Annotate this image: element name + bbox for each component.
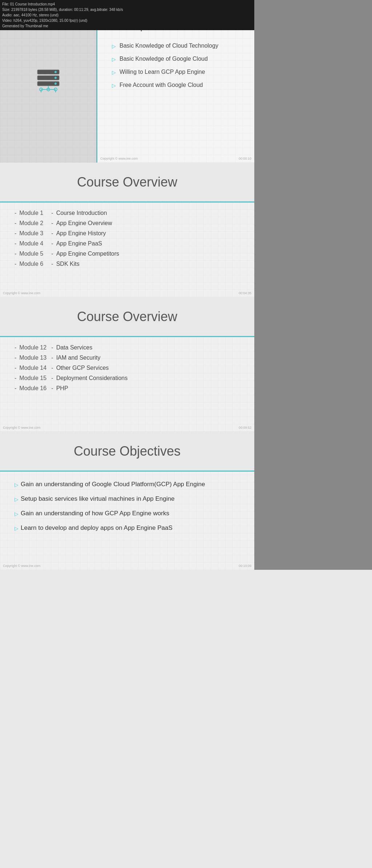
module-num-6: Module 6 bbox=[19, 261, 48, 267]
module-list-1: - Module 1 - Course Introduction - Modul… bbox=[15, 210, 240, 267]
prereq-text-1: Basic Knowledge of Cloud Technology bbox=[120, 43, 218, 49]
module-item-1: - Module 1 - Course Introduction bbox=[15, 210, 240, 216]
prereq-text-2: Basic Knowledge of Google Cloud bbox=[120, 56, 208, 62]
module-num-3: Module 3 bbox=[19, 230, 48, 237]
meta-generated: Generated by Thumbnail me bbox=[2, 23, 252, 29]
module-num-15: Module 15 bbox=[19, 375, 48, 381]
slide-overview-2: Course Overview - Module 12 - Data Servi… bbox=[0, 297, 254, 432]
page-wrapper: File: 01 Course Introduction.mp4 Size: 2… bbox=[0, 0, 372, 570]
module-name-5: App Engine Competitors bbox=[56, 251, 119, 257]
obj-arrow-icon-1: ▷ bbox=[15, 482, 19, 488]
module-name-16: PHP bbox=[56, 385, 68, 392]
module-item-3: - Module 3 - App Engine History bbox=[15, 230, 240, 237]
module-item-12: - Module 12 - Data Services bbox=[15, 344, 240, 351]
play-arrow-icon-4: ▷ bbox=[112, 83, 116, 88]
module-num-2: Module 2 bbox=[19, 220, 48, 227]
objective-item-4: ▷ Learn to develop and deploy apps on Ap… bbox=[15, 524, 240, 532]
module-num-13: Module 13 bbox=[19, 355, 48, 361]
obj-arrow-icon-2: ▷ bbox=[15, 496, 19, 502]
overview-content-1: - Module 1 - Course Introduction - Modul… bbox=[0, 203, 254, 278]
slide4-timestamp: 00:10:09 bbox=[239, 564, 251, 568]
module-item-5: - Module 5 - App Engine Competitors bbox=[15, 251, 240, 257]
play-arrow-icon-3: ▷ bbox=[112, 69, 116, 75]
meta-video: Video: h264, yuv420p, 1920x1080, 15.00 f… bbox=[2, 18, 252, 23]
slide1-copyright: Copyright © www.ine.com bbox=[100, 157, 138, 160]
overview-title-2: Course Overview bbox=[77, 309, 177, 324]
module-item-4: - Module 4 - App Engine PaaS bbox=[15, 240, 240, 247]
module-num-16: Module 16 bbox=[19, 385, 48, 392]
module-name-14: Other GCP Services bbox=[56, 365, 109, 371]
obj-arrow-icon-4: ▷ bbox=[15, 525, 19, 531]
overview-header-1: Course Overview bbox=[0, 163, 254, 203]
play-arrow-icon: ▷ bbox=[112, 43, 116, 49]
prereq-text-3: Willing to Learn GCP App Engine bbox=[120, 69, 205, 75]
svg-point-5 bbox=[54, 83, 57, 85]
objective-item-1: ▷ Gain an understanding of Google Cloud … bbox=[15, 481, 240, 488]
meta-bar: File: 01 Course Introduction.mp4 Size: 2… bbox=[0, 0, 254, 30]
slide2-copyright: Copyright © www.ine.com bbox=[3, 291, 40, 295]
objectives-content: ▷ Gain an understanding of Google Cloud … bbox=[0, 472, 254, 550]
prereq-item-1: ▷ Basic Knowledge of Cloud Technology bbox=[112, 43, 243, 49]
module-num-5: Module 5 bbox=[19, 251, 48, 257]
obj-arrow-icon-3: ▷ bbox=[15, 511, 19, 517]
module-num-12: Module 12 bbox=[19, 344, 48, 351]
module-item-14: - Module 14 - Other GCP Services bbox=[15, 365, 240, 371]
module-num-14: Module 14 bbox=[19, 365, 48, 371]
slide3-timestamp: 00:09:52 bbox=[239, 426, 251, 429]
slide-prerequisites: File: 01 Course Introduction.mp4 Size: 2… bbox=[0, 0, 254, 163]
objectives-header: Course Objectives bbox=[0, 432, 254, 472]
prereq-item-3: ▷ Willing to Learn GCP App Engine bbox=[112, 69, 243, 75]
module-item-16: - Module 16 - PHP bbox=[15, 385, 240, 392]
slide2-timestamp: 00:04:35 bbox=[239, 291, 251, 295]
module-name-13: IAM and Security bbox=[56, 355, 101, 361]
module-name-6: SDK Kits bbox=[56, 261, 80, 267]
module-name-15: Deployment Considerations bbox=[56, 375, 128, 381]
play-arrow-icon-2: ▷ bbox=[112, 56, 116, 62]
objective-text-4: Learn to develop and deploy apps on App … bbox=[21, 524, 173, 532]
objective-item-2: ▷ Setup basic services like virtual mach… bbox=[15, 495, 240, 503]
module-item-2: - Module 2 - App Engine Overview bbox=[15, 220, 240, 227]
server-icon bbox=[34, 67, 63, 96]
module-name-1: Course Introduction bbox=[56, 210, 107, 216]
svg-point-1 bbox=[54, 71, 57, 73]
overview-header-2: Course Overview bbox=[0, 297, 254, 337]
module-num-4: Module 4 bbox=[19, 240, 48, 247]
module-item-6: - Module 6 - SDK Kits bbox=[15, 261, 240, 267]
slide3-copyright: Copyright © www.ine.com bbox=[3, 426, 40, 429]
module-name-4: App Engine PaaS bbox=[56, 240, 102, 247]
slide1-timestamp: 00:00:10 bbox=[239, 157, 251, 160]
prereq-item-2: ▷ Basic Knowledge of Google Cloud bbox=[112, 56, 243, 62]
objective-text-1: Gain an understanding of Google Cloud Pl… bbox=[21, 481, 205, 488]
module-item-13: - Module 13 - IAM and Security bbox=[15, 355, 240, 361]
module-num-1: Module 1 bbox=[19, 210, 48, 216]
prereq-list: ▷ Basic Knowledge of Cloud Technology ▷ … bbox=[112, 43, 243, 88]
module-name-3: App Engine History bbox=[56, 230, 106, 237]
slide-overview-1: Course Overview - Module 1 - Course Intr… bbox=[0, 163, 254, 297]
slide4-copyright: Copyright © www.ine.com bbox=[3, 564, 40, 568]
module-list-2: - Module 12 - Data Services - Module 13 … bbox=[15, 344, 240, 392]
prereq-item-4: ▷ Free Account with Google Cloud bbox=[112, 82, 243, 88]
objective-text-2: Setup basic services like virtual machin… bbox=[21, 495, 174, 503]
objective-item-3: ▷ Gain an understanding of how GCP App E… bbox=[15, 510, 240, 517]
meta-filename: File: 01 Course Introduction.mp4 bbox=[2, 1, 252, 7]
module-item-15: - Module 15 - Deployment Considerations bbox=[15, 375, 240, 381]
meta-size: Size: 21997818 bytes (28.58 MiB), durati… bbox=[2, 7, 252, 12]
prereq-text-4: Free Account with Google Cloud bbox=[120, 82, 203, 88]
svg-point-3 bbox=[54, 77, 57, 79]
meta-audio: Audio: aac, 44100 Hz, stereo (und) bbox=[2, 12, 252, 18]
slide-objectives: Course Objectives ▷ Gain an understandin… bbox=[0, 432, 254, 570]
objective-text-3: Gain an understanding of how GCP App Eng… bbox=[21, 510, 169, 517]
objectives-title: Course Objectives bbox=[74, 444, 181, 459]
module-name-12: Data Services bbox=[56, 344, 93, 351]
overview-content-2: - Module 12 - Data Services - Module 13 … bbox=[0, 337, 254, 403]
module-name-2: App Engine Overview bbox=[56, 220, 112, 227]
overview-title-1: Course Overview bbox=[77, 175, 177, 190]
